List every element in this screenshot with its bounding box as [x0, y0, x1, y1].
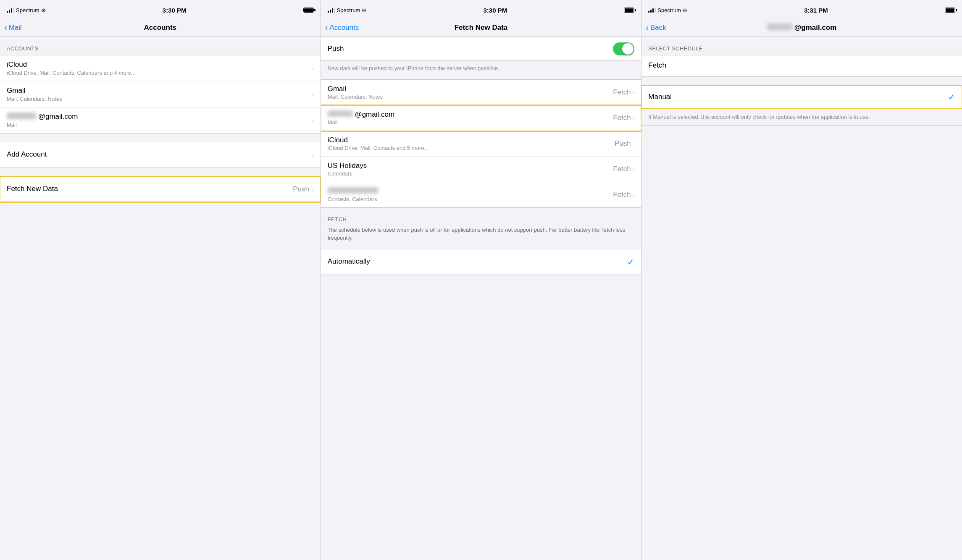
blurred-email-1: [7, 113, 36, 119]
push-content: Push: [328, 44, 613, 54]
mp-icloud-right: Push ›: [615, 139, 634, 148]
mp-blurred-right: Fetch ›: [613, 191, 634, 199]
fetch-section-label: FETCH: [321, 208, 641, 226]
push-group: Push New data will be pushed to your iPh…: [321, 37, 641, 79]
gmail2-content: @gmail.com Mail: [7, 113, 312, 128]
nav-bar-2: ‹ Accounts Fetch New Data: [321, 18, 641, 37]
mp-gmail-subtitle: Mail, Calendars, Notes: [328, 94, 613, 100]
fetch-new-data-list: Fetch New Data Push ›: [0, 176, 321, 202]
chevron-right-icon-mp5: ›: [633, 191, 635, 198]
icloud-title: iCloud: [7, 60, 312, 69]
chevron-right-icon-5: ›: [312, 186, 314, 193]
content-3: SELECT SCHEDULE Fetch Manual ✓ If Manual…: [641, 37, 962, 560]
accounts-section-header: ACCOUNTS: [0, 37, 321, 55]
page-title-3-suffix: @gmail.com: [794, 24, 837, 31]
add-account-group: Add Account ›: [0, 142, 321, 168]
mp-gmail2-subtitle: Mail: [328, 119, 613, 126]
automatically-row[interactable]: Automatically ✓: [321, 249, 641, 275]
chevron-right-icon-mp2: ›: [633, 115, 635, 121]
select-schedule-header: SELECT SCHEDULE: [641, 37, 962, 55]
list-item-fetch-new-data[interactable]: Fetch New Data Push ›: [0, 177, 321, 202]
icloud-content: iCloud iCloud Drive, Mail, Contacts, Cal…: [7, 60, 312, 76]
mp-gmail2-right: Fetch ›: [613, 114, 634, 122]
manual-row[interactable]: Manual ✓: [641, 86, 962, 108]
status-left-1: Spectrum ⊛: [7, 7, 46, 13]
list-item-icloud[interactable]: iCloud iCloud Drive, Mail, Contacts, Cal…: [0, 55, 321, 81]
check-icon-manual: ✓: [948, 92, 955, 102]
list-item-gmail[interactable]: Gmail Mail, Calendars, Notes ›: [0, 81, 321, 107]
mp-icloud-value: Push: [615, 139, 631, 148]
mp-blurred-value: Fetch: [613, 191, 631, 199]
carrier-2: Spectrum: [337, 7, 360, 13]
fetch-new-data-content: Fetch New Data: [7, 185, 293, 194]
gmail2-title: @gmail.com: [7, 113, 312, 121]
signal-icon-3: [648, 8, 656, 13]
mp-gmail2-content: @gmail.com Mail: [328, 110, 613, 126]
back-button-3[interactable]: ‹ Back: [646, 23, 666, 32]
manual-list: Manual ✓: [641, 85, 962, 109]
fetch-new-data-right: Push ›: [293, 185, 313, 194]
mp-gmail-value: Fetch: [613, 88, 631, 97]
mp-icloud-title: iCloud: [328, 136, 615, 144]
panel-gmail-schedule: Spectrum ⊛ 3:31 PM ‹ Back @gmail.com SEL…: [641, 0, 962, 560]
signal-icon-2: [328, 8, 335, 13]
add-account-title: Add Account: [7, 150, 312, 159]
mp-gmail-right: Fetch ›: [613, 88, 634, 97]
chevron-right-icon-mp3: ›: [633, 140, 635, 147]
add-account-right: ›: [312, 152, 314, 158]
wifi-icon-1: ⊛: [41, 7, 46, 13]
mp-item-blurred[interactable]: Contacts, Calendars Fetch ›: [321, 182, 641, 207]
push-toggle[interactable]: [613, 42, 634, 55]
mp-gmail2-value: Fetch: [613, 114, 631, 122]
list-item-add-account[interactable]: Add Account ›: [0, 142, 321, 167]
mp-item-us-holidays[interactable]: US Holidays Calendars Fetch ›: [321, 157, 641, 182]
back-mail-button[interactable]: ‹ Mail: [4, 23, 22, 32]
content-2: Push New data will be pushed to your iPh…: [321, 37, 641, 560]
gmail2-subtitle: Mail: [7, 122, 312, 128]
battery-icon-3: [945, 8, 955, 13]
fetch-new-data-value: Push: [293, 185, 309, 194]
status-left-3: Spectrum ⊛: [648, 7, 687, 13]
blurred-email-2: [328, 110, 353, 117]
fetch-schedule-row[interactable]: Fetch: [641, 55, 962, 76]
panel-fetch-new-data: Spectrum ⊛ 3:30 PM ‹ Accounts Fetch New …: [321, 0, 642, 560]
status-bar-2: Spectrum ⊛ 3:30 PM: [321, 0, 641, 18]
manual-group: Manual ✓ If Manual is selected, this acc…: [641, 85, 962, 126]
push-description: New data will be pushed to your iPhone f…: [321, 61, 641, 79]
content-1: ACCOUNTS iCloud iCloud Drive, Mail, Cont…: [0, 37, 321, 560]
time-1: 3:30 PM: [163, 7, 187, 14]
fetch-section-desc: The schedule below is used when push is …: [321, 226, 641, 249]
gmail-content: Gmail Mail, Calendars, Notes: [7, 86, 312, 102]
back-label-3: Back: [650, 24, 666, 32]
check-icon-automatically: ✓: [627, 257, 634, 267]
schedule-list: Fetch: [641, 55, 962, 77]
toggle-knob: [622, 43, 633, 55]
mp-gmail-title: Gmail: [328, 85, 613, 93]
mp-item-gmail[interactable]: Gmail Mail, Calendars, Notes Fetch ›: [321, 80, 641, 105]
add-account-list: Add Account ›: [0, 142, 321, 168]
mp-us-holidays-right: Fetch ›: [613, 165, 634, 173]
status-bar-1: Spectrum ⊛ 3:30 PM: [0, 0, 321, 18]
back-accounts-button[interactable]: ‹ Accounts: [325, 23, 359, 32]
add-account-content: Add Account: [7, 150, 312, 160]
blurred-account-name: [328, 187, 378, 194]
mp-item-icloud[interactable]: iCloud iCloud Drive, Mail, Contacts and …: [321, 131, 641, 157]
gmail2-at-suffix: @gmail.com: [355, 110, 394, 118]
chevron-right-icon-3: ›: [312, 117, 314, 124]
accounts-list: iCloud iCloud Drive, Mail, Contacts, Cal…: [0, 55, 321, 133]
status-right-2: [624, 8, 634, 13]
push-list: Push: [321, 37, 641, 61]
fetch-options-list: Automatically ✓: [321, 249, 641, 275]
manual-label: Manual: [648, 93, 672, 101]
push-row[interactable]: Push: [321, 37, 641, 60]
wifi-icon-2: ⊛: [362, 7, 366, 13]
gmail-subtitle: Mail, Calendars, Notes: [7, 96, 312, 102]
mp-item-gmail2[interactable]: @gmail.com Mail Fetch ›: [321, 105, 641, 131]
back-accounts-label: Accounts: [329, 24, 359, 32]
page-title-3: @gmail.com: [767, 24, 836, 32]
page-title-2: Fetch New Data: [455, 24, 508, 32]
status-bar-3: Spectrum ⊛ 3:31 PM: [641, 0, 962, 18]
push-title: Push: [328, 44, 613, 53]
list-item-gmail2[interactable]: @gmail.com Mail ›: [0, 107, 321, 133]
mp-blurred-subtitle: Contacts, Calendars: [328, 196, 613, 202]
